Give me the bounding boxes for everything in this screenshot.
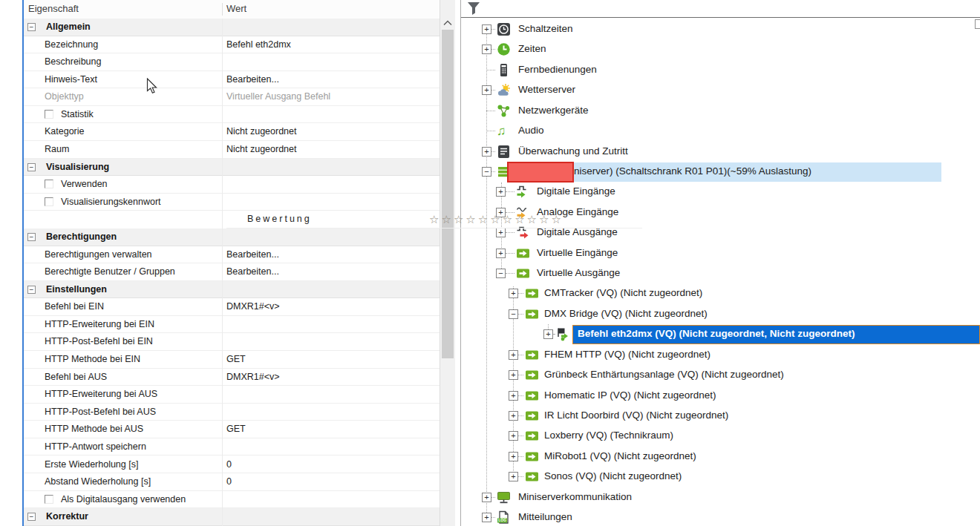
property-scrollbar[interactable] (440, 0, 455, 526)
collapse-icon[interactable]: − (27, 23, 36, 31)
expand-icon[interactable]: + (543, 329, 553, 339)
property-value[interactable]: Nicht zugeordnet (226, 144, 297, 154)
property-row[interactable]: Erste Wiederholung [s]0 (24, 456, 440, 474)
tree-item[interactable]: +IR Licht Doorbird (VQ) (Nicht zugeordne… (461, 407, 980, 427)
tree-item[interactable]: +Befehl eth2dmx (VQ) (Nicht zugeordnet, … (461, 325, 980, 345)
tree-item[interactable]: +Zeiten (461, 40, 980, 60)
tree-item[interactable]: +Sonos (VQ) (Nicht zugeordnet) (461, 467, 980, 487)
expand-icon[interactable]: + (509, 472, 518, 481)
property-row[interactable]: Bewertung☆☆☆☆☆☆☆☆☆☆☆ (226, 211, 642, 229)
property-row[interactable]: KategorieNicht zugeordnet (24, 123, 440, 141)
property-value[interactable]: DMXR1#<v> (226, 301, 280, 312)
expand-icon[interactable]: + (509, 452, 518, 461)
expand-icon[interactable]: + (482, 147, 491, 157)
tree-item[interactable]: +LOGMitteilungen (461, 508, 980, 526)
scroll-up-icon[interactable] (443, 20, 452, 26)
property-section-row[interactable]: −Einstellungen (24, 281, 440, 299)
property-row[interactable]: Beschreibung (24, 53, 440, 71)
collapse-icon[interactable]: − (27, 163, 36, 171)
expand-icon[interactable]: + (509, 350, 518, 360)
property-value[interactable]: Bearbeiten... (226, 249, 279, 260)
tree-item[interactable]: ♫Audio (461, 122, 980, 142)
tree-item[interactable]: +CMTracker (VQ) (Nicht zugeordnet) (461, 284, 980, 304)
tree-item[interactable]: +Virtuelle Eingänge (461, 244, 980, 264)
collapse-icon[interactable]: − (27, 286, 36, 294)
expand-icon[interactable]: + (482, 24, 491, 34)
property-section-row[interactable]: −Korrektur (24, 508, 440, 526)
property-value[interactable]: Virtueller Ausgang Befehl (226, 91, 330, 102)
property-row[interactable]: HTTP-Erweiterung bei AUS (24, 386, 440, 404)
tree-item[interactable]: Netzwerkgeräte (461, 102, 980, 122)
property-row[interactable]: Als Digitalausgang verwenden (24, 491, 440, 509)
tree-item[interactable]: −Zuhause (Miniserver) (Schaltschrank R01… (461, 162, 980, 183)
property-row[interactable]: Berechtigungen verwaltenBearbeiten... (24, 246, 440, 264)
property-section-row[interactable]: −Allgemein (24, 19, 440, 36)
tree-item[interactable]: +FHEM HTTP (VQ) (Nicht zugeordnet) (461, 346, 980, 366)
expand-icon[interactable]: + (496, 228, 506, 237)
expand-icon[interactable]: + (482, 45, 491, 54)
collapse-icon[interactable]: − (496, 269, 506, 278)
tree-item[interactable]: +Homematic IP (VQ) (Nicht zugeordnet) (461, 387, 980, 407)
checkbox[interactable] (45, 180, 53, 188)
property-row[interactable]: Statistik (24, 106, 440, 124)
property-row[interactable]: Visualisierungskennwort (24, 194, 440, 211)
expand-icon[interactable]: + (509, 411, 518, 421)
checkbox[interactable] (45, 110, 53, 119)
property-row[interactable]: BezeichnungBefehl eth2dmx (24, 36, 440, 54)
property-value[interactable]: DMXR1#<v> (226, 372, 280, 382)
collapse-icon[interactable]: − (27, 233, 36, 241)
tree-item[interactable]: +Schaltzeiten (461, 20, 980, 40)
collapse-icon[interactable]: − (482, 167, 491, 177)
property-section-row[interactable]: −Berechtigungen (24, 229, 440, 246)
property-row[interactable]: HTTP-Erweiterung bei EIN (24, 316, 440, 334)
tree-item[interactable]: −DMX Bridge (VQ) (Nicht zugeordnet) (461, 305, 980, 325)
tree-item[interactable]: +Digitale Eingänge (461, 183, 980, 203)
property-value[interactable]: 0 (226, 476, 232, 487)
property-value[interactable]: GET (226, 424, 246, 434)
property-value[interactable]: Bearbeiten... (226, 74, 279, 85)
property-row[interactable]: Abstand Wiederholung [s]0 (24, 473, 440, 491)
scrollbar-thumb[interactable] (442, 30, 454, 358)
property-row[interactable]: HTTP-Antwort speichern (24, 438, 440, 456)
property-row[interactable]: Berechtigte Benutzer / GruppenBearbeiten… (24, 263, 440, 281)
expand-icon[interactable]: + (482, 493, 491, 502)
property-row[interactable]: HTTP Methode bei AUSGET (24, 421, 440, 438)
collapse-icon[interactable]: − (509, 309, 518, 319)
property-row[interactable]: HTTP Methode bei EINGET (24, 351, 440, 369)
property-row[interactable]: ObjekttypVirtueller Ausgang Befehl (24, 88, 440, 106)
property-row[interactable]: RaumNicht zugeordnet (24, 141, 440, 159)
property-value[interactable]: Nicht zugeordnet (226, 126, 297, 137)
tree-item[interactable]: +MiRobot1 (VQ) (Nicht zugeordnet) (461, 447, 980, 467)
tree-item[interactable]: −Virtuelle Ausgänge (461, 264, 980, 284)
expand-icon[interactable]: + (482, 513, 491, 522)
tree-item[interactable]: +Loxberry (VQ) (Technikraum) (461, 427, 980, 447)
property-row[interactable]: Befehl bei EINDMXR1#<v> (24, 298, 440, 316)
rating-stars[interactable]: ☆☆☆☆☆☆☆☆☆☆☆ (429, 213, 564, 226)
expand-icon[interactable]: + (509, 289, 518, 298)
expand-icon[interactable]: + (482, 85, 491, 95)
property-row[interactable]: Hinweis-TextBearbeiten... (24, 71, 440, 89)
property-row[interactable]: HTTP-Post-Befehl bei EIN (24, 333, 440, 351)
tree-item[interactable]: +Grünbeck Enthärtungsanlage (VQ) (Nicht … (461, 366, 980, 386)
property-section-row[interactable]: −Visualisierung (24, 159, 440, 177)
property-row[interactable]: HTTP-Post-Befehl bei AUS (24, 404, 440, 421)
tree-item[interactable]: +Miniserverkommunikation (461, 488, 980, 508)
checkbox[interactable] (45, 197, 53, 206)
header-column-divider[interactable] (222, 3, 223, 16)
tree-item[interactable]: +Wetterserver (461, 81, 980, 101)
expand-icon[interactable]: + (496, 187, 506, 197)
collapse-icon[interactable]: − (27, 513, 36, 521)
property-value[interactable]: 0 (226, 459, 232, 470)
funnel-icon[interactable] (467, 1, 480, 16)
expand-icon[interactable]: + (496, 249, 506, 258)
tree-item[interactable]: Fernbedienungen (461, 61, 980, 81)
property-value[interactable]: Bearbeiten... (226, 266, 279, 277)
property-value[interactable]: GET (226, 354, 246, 364)
tree-item[interactable]: +Überwachung und Zutritt (461, 142, 980, 162)
property-value[interactable]: Befehl eth2dmx (226, 39, 291, 50)
property-row[interactable]: Befehl bei AUSDMXR1#<v> (24, 369, 440, 387)
expand-icon[interactable]: + (509, 391, 518, 401)
property-row[interactable]: Verwenden (24, 176, 440, 194)
expand-icon[interactable]: + (509, 370, 518, 380)
checkbox[interactable] (45, 495, 53, 504)
